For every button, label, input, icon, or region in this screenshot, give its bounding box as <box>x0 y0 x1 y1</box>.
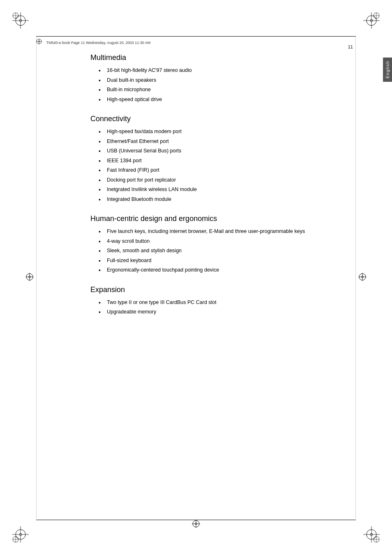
list-item: Dual built-in speakers <box>99 77 343 84</box>
list-item: Inetgrated Invilink wireless LAN module <box>99 186 343 193</box>
list-human-centric: Five launch keys, including internet bro… <box>99 228 343 274</box>
header-text: TM540-e.book Page 11 Wednesday, August 2… <box>46 41 150 45</box>
list-item: 4-way scroll button <box>99 238 343 245</box>
heading-multimedia: Multimedia <box>90 53 343 62</box>
main-content: Multimedia 16-bit high-fidelity AC'97 st… <box>90 53 351 318</box>
list-item: IEEE 1394 port <box>99 157 343 165</box>
heading-human-centric: Human-centric design and ergonomics <box>90 214 343 223</box>
list-item: Ethernet/Fast Ethernet port <box>99 138 343 145</box>
corner-mark-tl <box>12 12 37 37</box>
right-margin-line <box>355 37 356 519</box>
list-multimedia: 16-bit high-fidelity AC'97 stereo audio … <box>99 67 343 103</box>
corner-mark-tr <box>355 12 380 37</box>
header-bar: TM540-e.book Page 11 Wednesday, August 2… <box>36 36 356 46</box>
list-item: Built-in microphone <box>99 86 343 94</box>
language-tab: English <box>383 58 392 82</box>
list-item: USB (Universal Serial Bus) ports <box>99 147 343 155</box>
right-mid-mark <box>358 273 367 283</box>
list-item: Full-sized keyboard <box>99 257 343 265</box>
list-item: Fast Infrared (FIR) port <box>99 167 343 174</box>
list-item: High-speed optical drive <box>99 96 343 104</box>
list-item: Ergonomically-centered touchpad pointing… <box>99 267 343 274</box>
list-item: Two type II or one type III CardBus PC C… <box>99 299 343 306</box>
heading-expansion: Expansion <box>90 286 343 294</box>
footer-bar <box>36 520 356 520</box>
list-item: High-speed fax/data modem port <box>99 128 343 136</box>
left-margin-line <box>36 37 37 519</box>
list-item-docking-port: Docking port for port replicator <box>99 177 343 184</box>
corner-mark-br <box>355 518 380 543</box>
left-mid-mark <box>25 273 34 283</box>
corner-mark-bl <box>12 518 37 543</box>
list-item: Five launch keys, including internet bro… <box>99 228 343 235</box>
list-item: Integrated Bluetooth module <box>99 196 343 203</box>
list-connectivity: High-speed fax/data modem port Ethernet/… <box>99 128 343 203</box>
list-item: 16-bit high-fidelity AC'97 stereo audio <box>99 67 343 74</box>
page: TM540-e.book Page 11 Wednesday, August 2… <box>0 0 392 555</box>
page-number: 11 <box>348 44 353 49</box>
bottom-center-mark <box>192 520 200 530</box>
list-item: Upgradeable memory <box>99 309 343 316</box>
list-item: Sleek, smooth and stylish design <box>99 247 343 255</box>
list-expansion: Two type II or one type III CardBus PC C… <box>99 299 343 316</box>
heading-connectivity: Connectivity <box>90 115 343 123</box>
